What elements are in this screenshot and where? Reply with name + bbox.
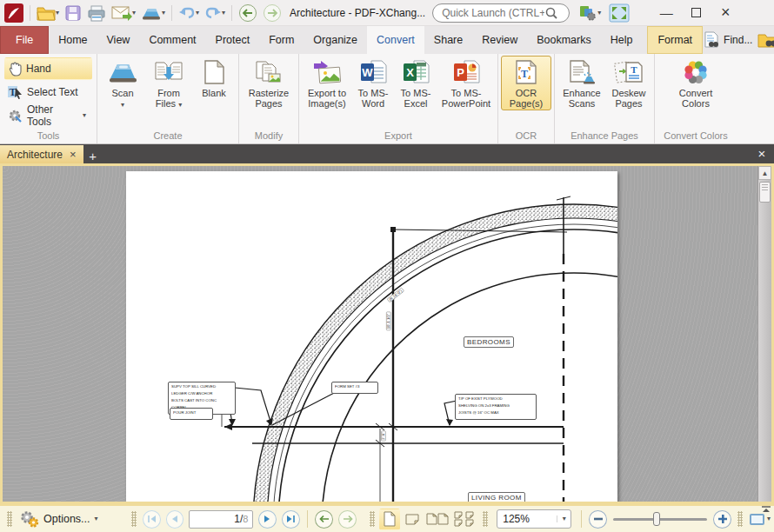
minimize-button[interactable]: —	[651, 3, 681, 23]
forward-button[interactable]	[263, 3, 282, 23]
previous-view-button[interactable]	[315, 510, 333, 529]
next-page-button[interactable]	[258, 510, 277, 529]
pdf-page[interactable]: SUPV TOP SILL CURVED LEDGER C/W ANCHOR B…	[126, 171, 617, 502]
divider	[171, 5, 172, 21]
to-ms-excel-button[interactable]: X To MS-Excel	[394, 56, 437, 110]
grip-handle[interactable]	[370, 511, 375, 527]
zoom-out-button[interactable]	[589, 510, 607, 529]
select-text-button[interactable]: T Select Text	[4, 81, 92, 103]
tab-organize[interactable]: Organize	[304, 26, 367, 54]
grip-handle[interactable]	[483, 511, 488, 527]
rasterize-pages-button[interactable]: RasterizePages	[242, 56, 296, 110]
tab-comment[interactable]: Comment	[139, 26, 205, 54]
ui-options-button[interactable]: ▾	[578, 4, 601, 22]
annotation-note-right[interactable]: T/P OF EXIST PLYWOOD SHELVING ON 2x3 FRA…	[455, 394, 537, 420]
redo-button[interactable]: ▾	[204, 6, 225, 20]
tab-convert[interactable]: Convert	[367, 26, 424, 54]
zoom-in-button[interactable]	[713, 510, 731, 529]
grip-handle[interactable]	[7, 511, 12, 527]
document-viewport[interactable]: SUPV TOP SILL CURVED LEDGER C/W ANCHOR B…	[0, 163, 774, 504]
deskew-pages-button[interactable]: T DeskewPages	[606, 56, 651, 110]
scan-button[interactable]: Scan▾	[100, 56, 145, 110]
tab-share[interactable]: Share	[424, 26, 472, 54]
page-number-field[interactable]: 1/8	[189, 510, 253, 529]
chevron-down-icon: ▾	[222, 10, 225, 17]
previous-page-button[interactable]	[166, 510, 184, 529]
status-bar: Options... ▾ 1/8 125% ▾	[0, 504, 774, 532]
grip-handle[interactable]	[131, 511, 137, 527]
collapse-statusbar-icon[interactable]	[761, 506, 771, 513]
slider-track	[613, 518, 707, 521]
quick-launch-search[interactable]	[432, 3, 570, 23]
chevron-down-icon: ▾	[178, 101, 182, 109]
search-icon	[544, 6, 558, 20]
ocr-pages-button[interactable]: T OCRPage(s)	[501, 56, 551, 110]
search-folder-icon[interactable]	[757, 31, 774, 49]
maximize-glyph	[691, 8, 701, 17]
print-button[interactable]	[87, 4, 106, 22]
continuous-layout-button[interactable]	[402, 509, 423, 530]
annotation-pour-joint[interactable]: POUR JOINT	[170, 408, 213, 420]
tab-view[interactable]: View	[97, 26, 140, 54]
fit-page-icon	[750, 514, 764, 525]
scroll-up-icon[interactable]: ▲	[758, 166, 771, 180]
first-page-button[interactable]	[143, 510, 161, 529]
scanner-button[interactable]: ▾	[141, 5, 165, 21]
from-files-button[interactable]: FromFiles ▾	[145, 56, 192, 110]
save-button[interactable]	[64, 4, 82, 22]
next-view-button[interactable]	[338, 510, 357, 529]
export-to-images-button[interactable]: Export toImage(s)	[302, 56, 352, 110]
fullscreen-button[interactable]	[609, 3, 630, 23]
two-pages-continuous-layout-button[interactable]	[452, 509, 478, 530]
dimension-small: 2'-6"	[381, 431, 385, 442]
ribbon-group-export: Export toImage(s) W To MS-Word X To MS-E…	[299, 54, 498, 143]
email-button[interactable]: ▾	[111, 5, 136, 21]
tab-bookmarks[interactable]: Bookmarks	[527, 26, 601, 54]
maximize-button[interactable]	[681, 3, 711, 23]
to-ms-word-button[interactable]: W To MS-Word	[352, 56, 394, 110]
slider-thumb[interactable]	[653, 512, 660, 526]
last-page-button[interactable]	[282, 510, 300, 529]
gear-wrench-icon	[8, 109, 23, 123]
tab-file[interactable]: File	[0, 26, 49, 54]
tab-help[interactable]: Help	[601, 26, 643, 54]
open-file-button[interactable]: ▾	[37, 5, 59, 21]
convert-colors-button[interactable]: ConvertColors	[668, 56, 724, 110]
vertical-scrollbar[interactable]: ▲	[757, 166, 771, 502]
to-ms-powerpoint-button[interactable]: P To MS-PowerPoint	[437, 56, 495, 110]
quick-launch-input[interactable]	[442, 7, 544, 19]
fit-page-button[interactable]: ▾	[750, 514, 771, 525]
annotation-form-set[interactable]: FORM SET #3	[331, 382, 378, 394]
undo-button[interactable]: ▾	[178, 6, 199, 20]
other-tools-button[interactable]: Other Tools ▾	[4, 104, 92, 127]
grip-handle[interactable]	[737, 511, 743, 527]
label-line: Scans	[569, 98, 596, 109]
blank-button[interactable]: Blank	[192, 56, 236, 100]
single-page-layout-button[interactable]	[379, 509, 400, 530]
tab-review[interactable]: Review	[472, 26, 527, 54]
tab-home[interactable]: Home	[49, 26, 97, 54]
close-document-icon[interactable]: ×	[753, 146, 771, 161]
tab-format[interactable]: Format	[647, 26, 703, 54]
page-total: 8	[243, 514, 248, 524]
divider	[30, 5, 30, 21]
hand-tool-button[interactable]: Hand	[4, 57, 92, 80]
zoom-level-select[interactable]: 125% ▾	[497, 509, 571, 529]
close-button[interactable]: ×	[711, 3, 740, 23]
document-tab-architecture[interactable]: Architecture ×	[0, 145, 83, 163]
back-button[interactable]	[238, 3, 257, 23]
tab-form[interactable]: Form	[259, 26, 304, 54]
close-tab-icon[interactable]: ×	[70, 148, 77, 161]
from-files-icon	[153, 59, 184, 85]
button-label: To MS-PowerPoint	[442, 88, 490, 109]
zoom-slider[interactable]	[613, 510, 707, 528]
two-pages-layout-button[interactable]	[424, 509, 450, 530]
find-button[interactable]: Find...	[703, 31, 752, 49]
excel-icon: X	[402, 59, 430, 85]
tab-protect[interactable]: Protect	[206, 26, 260, 54]
options-button[interactable]: Options...	[43, 513, 90, 525]
new-tab-button[interactable]: +	[83, 148, 103, 163]
label-line: To MS-	[451, 88, 482, 98]
scrollbar-thumb[interactable]	[759, 182, 771, 203]
enhance-scans-button[interactable]: EnhanceScans	[557, 56, 606, 110]
